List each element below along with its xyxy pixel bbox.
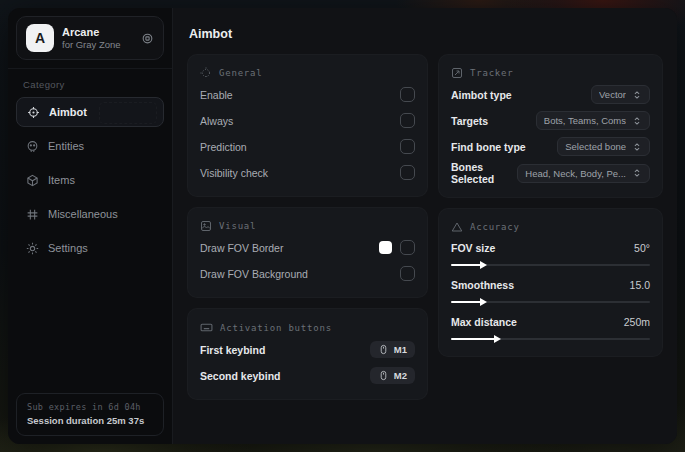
app-logo: A	[26, 24, 54, 52]
dropdown-value: Vector	[599, 89, 626, 100]
setting-row: Find bone type Selected bone	[451, 135, 650, 158]
max-distance-slider[interactable]	[451, 334, 650, 344]
panel-title: Tracker	[470, 68, 514, 78]
session-duration-text: Session duration 25m 37s	[27, 415, 153, 426]
always-checkbox[interactable]	[400, 113, 415, 128]
setting-label: First keybind	[200, 344, 265, 356]
page-title: Aimbot	[189, 27, 661, 41]
main-content: Aimbot General Enable	[173, 8, 677, 444]
dropdown-value: Bots, Teams, Coms	[544, 115, 626, 126]
slider-fill	[451, 301, 481, 303]
mouse-icon	[378, 370, 389, 381]
setting-label: Targets	[451, 115, 488, 127]
category-label: Category	[23, 79, 157, 90]
color-swatch[interactable]	[379, 241, 392, 254]
setting-label: Find bone type	[451, 141, 526, 153]
slider-fill	[451, 264, 481, 266]
keyboard-icon	[200, 321, 213, 334]
panel-title: Visual	[219, 221, 256, 231]
panel-title: Activation buttons	[220, 323, 332, 333]
prediction-checkbox[interactable]	[400, 139, 415, 154]
setting-row: Bones Selected Head, Neck, Body, Pe...	[451, 161, 650, 185]
find-bone-type-dropdown[interactable]: Selected bone	[557, 137, 650, 156]
setting-label: Bones Selected	[451, 161, 517, 185]
setting-row: Targets Bots, Teams, Coms	[451, 109, 650, 132]
triangle-icon	[451, 221, 463, 233]
entities-icon	[26, 140, 39, 153]
first-keybind-button[interactable]: M1	[370, 341, 415, 358]
app-window: A Arcane for Gray Zone Category Aimbot	[8, 8, 677, 444]
sidebar-item-miscellaneous[interactable]: Miscellaneous	[16, 199, 164, 229]
watermark	[99, 102, 157, 124]
dropdown-value: Head, Neck, Body, Pe...	[525, 168, 626, 179]
sidebar-item-label: Items	[48, 174, 75, 186]
crosshair-icon	[27, 106, 40, 119]
slider-row: FOV size 50°	[451, 239, 650, 270]
gear-icon	[26, 242, 39, 255]
setting-label: Prediction	[200, 141, 247, 153]
setting-label: Visibility check	[200, 167, 268, 179]
mouse-icon	[378, 344, 389, 355]
logo-card: A Arcane for Gray Zone	[16, 16, 164, 60]
setting-row: Prediction	[200, 135, 415, 158]
setting-label: FOV size	[451, 242, 495, 254]
keybind-value: M1	[394, 344, 407, 355]
keybind-value: M2	[394, 370, 407, 381]
sidebar-item-label: Settings	[48, 242, 88, 254]
chevron-updown-icon	[632, 168, 642, 178]
sidebar-item-entities[interactable]: Entities	[16, 131, 164, 161]
general-panel: General Enable Always Prediction	[187, 54, 428, 197]
max-distance-value: 250m	[624, 316, 650, 328]
setting-label: Max distance	[451, 316, 517, 328]
aimbot-type-dropdown[interactable]: Vector	[591, 85, 650, 104]
chevron-updown-icon	[632, 142, 642, 152]
sidebar-item-settings[interactable]: Settings	[16, 233, 164, 263]
image-icon	[200, 220, 212, 232]
visibility-check-checkbox[interactable]	[400, 165, 415, 180]
setting-label: Second keybind	[200, 370, 281, 382]
setting-label: Draw FOV Border	[200, 242, 283, 254]
setting-row: Draw FOV Background	[200, 262, 415, 285]
setting-label: Smoothness	[451, 279, 514, 291]
enable-checkbox[interactable]	[400, 87, 415, 102]
sidebar-item-label: Miscellaneous	[48, 208, 118, 220]
second-keybind-button[interactable]: M2	[370, 367, 415, 384]
fov-size-slider[interactable]	[451, 260, 650, 270]
panel-title: Accuracy	[470, 222, 520, 232]
sidebar-item-items[interactable]: Items	[16, 165, 164, 195]
app-subtitle: for Gray Zone	[62, 39, 121, 50]
sidebar-item-label: Entities	[48, 140, 84, 152]
tracker-panel: Tracker Aimbot type Vector	[438, 54, 663, 198]
visual-panel: Visual Draw FOV Border Draw FOV Backgrou…	[187, 207, 428, 298]
slider-row: Smoothness 15.0	[451, 276, 650, 307]
slider-fill	[451, 338, 495, 340]
draw-fov-background-checkbox[interactable]	[400, 266, 415, 281]
setting-row: Enable	[200, 83, 415, 106]
crosshair-dotted-icon	[200, 67, 212, 79]
setting-label: Always	[200, 115, 233, 127]
panel-title: General	[219, 68, 263, 78]
targets-dropdown[interactable]: Bots, Teams, Coms	[536, 111, 650, 130]
chevron-updown-icon	[632, 116, 642, 126]
smoothness-slider[interactable]	[451, 297, 650, 307]
fov-size-value: 50°	[634, 242, 650, 254]
setting-label: Enable	[200, 89, 233, 101]
gear-icon[interactable]	[141, 32, 154, 45]
sidebar: A Arcane for Gray Zone Category Aimbot	[8, 8, 173, 444]
app-title: Arcane	[62, 26, 121, 38]
sidebar-item-aimbot[interactable]: Aimbot	[16, 97, 164, 127]
subscription-card: Sub expires in 6d 04h Session duration 2…	[16, 393, 164, 436]
setting-row: Second keybind M2	[200, 364, 415, 387]
trend-icon	[451, 67, 463, 79]
dropdown-value: Selected bone	[565, 141, 626, 152]
grid-icon	[26, 208, 39, 221]
cube-icon	[26, 174, 39, 187]
draw-fov-border-checkbox[interactable]	[400, 240, 415, 255]
accuracy-panel: Accuracy FOV size 50°	[438, 208, 663, 357]
setting-row: First keybind M1	[200, 338, 415, 361]
sub-expires-text: Sub expires in 6d 04h	[27, 402, 153, 412]
setting-row: Aimbot type Vector	[451, 83, 650, 106]
bones-selected-dropdown[interactable]: Head, Neck, Body, Pe...	[517, 164, 650, 183]
activation-buttons-panel: Activation buttons First keybind M1	[187, 308, 428, 400]
slider-row: Max distance 250m	[451, 313, 650, 344]
